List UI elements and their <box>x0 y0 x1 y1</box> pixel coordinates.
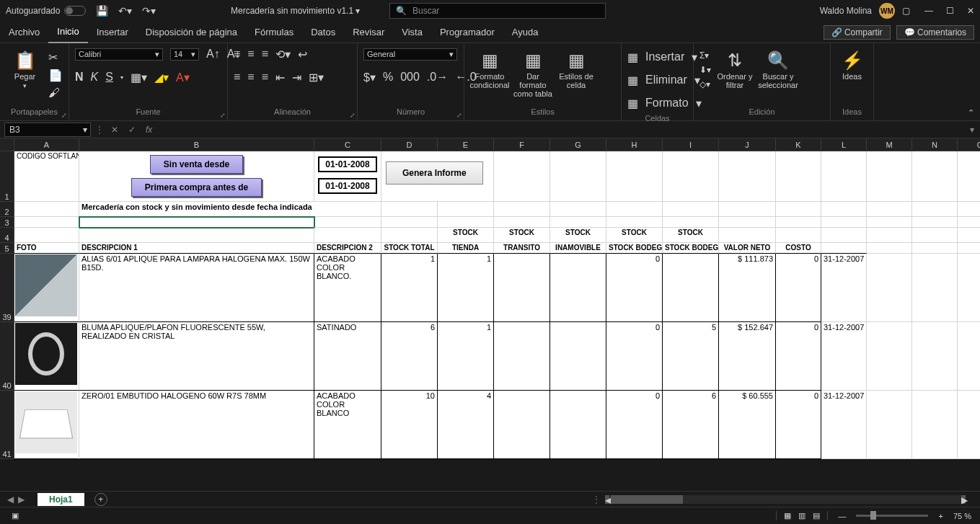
search-input[interactable]: 🔍Buscar <box>389 3 606 19</box>
cell[interactable]: ZERO/01 EMBUTIDO HALOGENO 60W R7S 78MM <box>79 391 314 459</box>
cell[interactable] <box>867 151 912 202</box>
align-middle-icon[interactable]: ≡ <box>247 48 254 61</box>
cell[interactable] <box>821 151 867 202</box>
name-box[interactable]: B3▾ <box>4 123 91 137</box>
cell[interactable]: $ 60.555 <box>719 391 776 459</box>
col-header-H[interactable]: H <box>606 138 663 151</box>
cell[interactable] <box>79 228 314 243</box>
cell[interactable]: Genera Informe <box>381 151 494 202</box>
cell[interactable] <box>958 202 980 217</box>
zoom-level[interactable]: 75 % <box>953 512 971 520</box>
comments-button[interactable]: 💬 Comentarios <box>896 25 974 40</box>
zoom-in-icon[interactable]: + <box>938 512 943 520</box>
cell[interactable] <box>494 322 550 391</box>
cell[interactable]: TIENDA <box>438 243 494 254</box>
col-header-N[interactable]: N <box>912 138 958 151</box>
align-center-icon[interactable]: ≡ <box>247 71 254 84</box>
page-layout-view-icon[interactable]: ▥ <box>798 511 805 520</box>
cell[interactable]: STOCK <box>494 228 550 243</box>
underline-button[interactable]: S <box>105 71 113 84</box>
col-header-J[interactable]: J <box>719 138 776 151</box>
cell[interactable] <box>14 254 79 322</box>
cell[interactable] <box>912 391 958 459</box>
cell[interactable] <box>912 243 958 254</box>
col-header-E[interactable]: E <box>438 138 494 151</box>
cell[interactable] <box>494 202 550 217</box>
cell[interactable]: 31-12-2007 <box>821 254 867 322</box>
cell[interactable] <box>867 243 912 254</box>
paste-button[interactable]: 📋Pegar▾ <box>6 46 44 89</box>
zoom-out-icon[interactable]: — <box>838 512 846 520</box>
primera-compra-button[interactable]: Primera compra antes de <box>131 178 262 197</box>
cell[interactable] <box>494 391 550 459</box>
cell[interactable]: Sin venta desdePrimera compra antes de <box>79 151 314 202</box>
collapse-ribbon-icon[interactable]: ⌃ <box>968 108 974 117</box>
percent-icon[interactable]: % <box>383 71 393 84</box>
cell[interactable]: INAMOVIBLE <box>550 243 606 254</box>
cell[interactable]: ACABADO COLOR BLANCO. <box>314 254 381 322</box>
maximize-icon[interactable]: ☐ <box>946 6 954 16</box>
autosum-icon[interactable]: Σ▾ <box>699 50 711 61</box>
row-header-5[interactable]: 5 <box>0 243 14 254</box>
tab-disposicion[interactable]: Disposición de página <box>137 22 246 43</box>
cell[interactable] <box>776 202 821 217</box>
cell[interactable]: $ 152.647 <box>719 322 776 391</box>
col-header-M[interactable]: M <box>867 138 912 151</box>
cell[interactable]: 4 <box>438 391 494 459</box>
fx-icon[interactable]: fx <box>146 125 152 135</box>
record-macro-icon[interactable]: ▣ <box>12 511 19 520</box>
cell[interactable] <box>663 151 719 202</box>
cell[interactable]: 5 <box>663 322 719 391</box>
align-right-icon[interactable]: ≡ <box>262 71 268 84</box>
col-header-F[interactable]: F <box>494 138 550 151</box>
cell[interactable] <box>776 217 821 228</box>
normal-view-icon[interactable]: ▦ <box>784 511 791 520</box>
cell[interactable] <box>867 391 912 459</box>
cell[interactable] <box>494 254 550 322</box>
cancel-formula-icon[interactable]: ✕ <box>111 125 118 135</box>
cell[interactable] <box>821 243 867 254</box>
wrap-text-icon[interactable]: ↩ <box>298 48 307 61</box>
cell[interactable] <box>776 228 821 243</box>
cell[interactable]: 0 <box>606 322 663 391</box>
cell[interactable]: Mercadería con stock y sin movimiento de… <box>79 202 381 217</box>
format-painter-icon[interactable]: 🖌 <box>48 86 63 99</box>
horizontal-scrollbar[interactable]: ◀ ▶ <box>605 495 966 504</box>
cell[interactable] <box>867 228 912 243</box>
tab-formulas[interactable]: Fórmulas <box>246 22 302 43</box>
cell[interactable] <box>14 217 79 228</box>
font-color-button[interactable]: A▾ <box>176 71 190 84</box>
cell[interactable]: STOCK <box>606 228 663 243</box>
cell[interactable] <box>14 391 79 459</box>
increase-font-icon[interactable]: A↑ <box>206 48 220 61</box>
number-format-select[interactable]: General▾ <box>363 48 457 61</box>
formula-input[interactable] <box>162 123 960 137</box>
cell[interactable] <box>550 217 606 228</box>
row-header-40[interactable]: 40 <box>0 322 14 391</box>
cell[interactable] <box>958 391 980 459</box>
cell[interactable]: STOCK TOTAL <box>381 243 438 254</box>
cell[interactable]: $ 111.873 <box>719 254 776 322</box>
sort-filter-button[interactable]: ⇅Ordenar y filtrar <box>715 46 754 89</box>
cell[interactable] <box>663 217 719 228</box>
cell[interactable]: 0 <box>776 391 821 459</box>
expand-formula-icon[interactable]: ▾ <box>970 125 980 135</box>
document-title[interactable]: Mercadería sin movimiento v1.1 ▾ <box>231 6 360 16</box>
ribbon-options-icon[interactable]: ▢ <box>902 6 910 16</box>
col-header-L[interactable]: L <box>821 138 867 151</box>
cell[interactable] <box>381 202 438 217</box>
tab-vista[interactable]: Vista <box>393 22 431 43</box>
date-field-2[interactable]: 01-01-2008 <box>318 178 376 194</box>
cell[interactable] <box>663 202 719 217</box>
cell[interactable]: ACABADO COLOR BLANCO <box>314 391 381 459</box>
save-icon[interactable]: 💾 <box>96 5 108 17</box>
cell[interactable]: 31-12-2007 <box>821 322 867 391</box>
cell[interactable] <box>14 202 79 217</box>
sin-venta-button[interactable]: Sin venta desde <box>150 155 243 174</box>
font-launcher-icon[interactable]: ⤢ <box>220 112 226 119</box>
cell[interactable] <box>606 151 663 202</box>
cell[interactable]: BLUMA APLIQUE/PLAFON FLUORESCENTE 55W, R… <box>79 322 314 391</box>
orientation-icon[interactable]: ⟲▾ <box>275 48 291 61</box>
cell[interactable]: STOCK <box>438 228 494 243</box>
close-icon[interactable]: ✕ <box>967 6 974 16</box>
